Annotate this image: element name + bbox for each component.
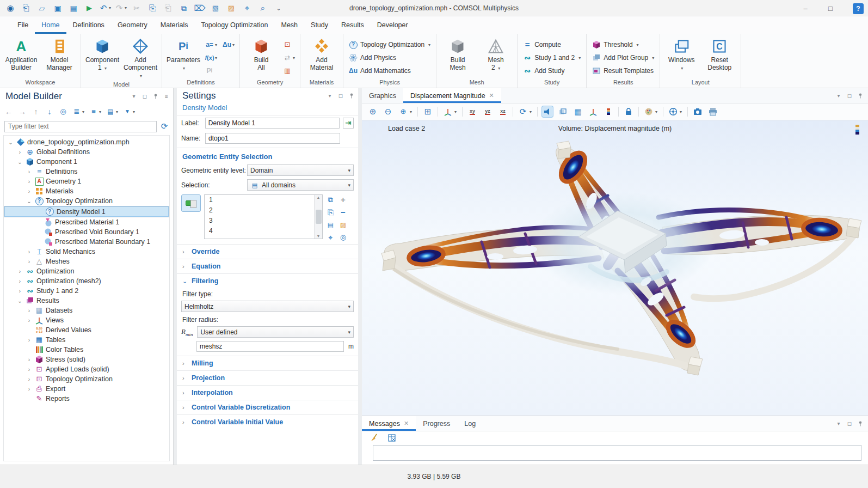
duplicate-button[interactable]: ⧉ <box>178 2 190 14</box>
section-equation[interactable]: ›Equation <box>177 259 358 273</box>
menu-geometry[interactable]: Geometry <box>111 16 154 34</box>
panel-pin-icon[interactable] <box>857 420 864 427</box>
chevron-right-icon[interactable]: › <box>26 188 33 194</box>
chevron-right-icon[interactable]: › <box>26 308 33 314</box>
domain-list-item[interactable]: 3 <box>209 217 314 227</box>
chevron-right-icon[interactable]: › <box>26 259 33 265</box>
image-effects-button[interactable]: ▾ <box>668 106 683 117</box>
panel-pin-icon[interactable] <box>857 93 864 99</box>
tree-node-definitions[interactable]: ›≡Definitions <box>4 167 169 176</box>
move-up-button[interactable]: ↑ <box>32 106 40 118</box>
cut-button[interactable]: ✂ <box>131 2 143 14</box>
scroll-down-icon[interactable]: ▼ <box>317 234 321 238</box>
panel-pin-icon[interactable] <box>348 93 355 99</box>
tree-node-study-1-and-2[interactable]: ›∾Study 1 and 2 <box>4 286 169 296</box>
messages-tab-log[interactable]: Log <box>457 416 483 431</box>
filter-type-select[interactable]: Helmholtz▾ <box>181 301 354 312</box>
color-legend-button[interactable] <box>603 106 614 117</box>
panel-float-icon[interactable]: ◻ <box>337 93 344 99</box>
clear-selection-button[interactable]: ▨ <box>225 2 237 14</box>
application-builder-button[interactable]: AApplicationBuilder <box>3 36 39 75</box>
section-milling[interactable]: ›Milling <box>177 356 358 370</box>
chevron-down-icon[interactable]: ⌄ <box>26 198 33 204</box>
scene-light-button[interactable] <box>542 106 553 117</box>
add-component-button[interactable]: AddComponent ▾ <box>122 36 158 80</box>
tree-node-density-model-1[interactable]: ?Density Model 1 <box>4 206 169 217</box>
chevron-right-icon[interactable]: › <box>16 149 23 155</box>
zoom-box-button[interactable]: ⊕▾ <box>398 106 413 117</box>
snapshot-button[interactable] <box>692 106 703 117</box>
model-manager-button[interactable]: ModelManager <box>41 36 77 75</box>
compute-button[interactable]: =Compute <box>521 38 583 51</box>
lock-button[interactable] <box>623 106 634 117</box>
tree-node-geometry-1[interactable]: ›AGeometry 1 <box>4 176 169 186</box>
grid-button[interactable]: ▦ <box>572 106 583 117</box>
menu-materials[interactable]: Materials <box>154 16 195 34</box>
undo-button[interactable]: ↶▾ <box>99 2 111 14</box>
panel-float-icon[interactable]: ◻ <box>846 93 853 99</box>
parameters--button[interactable]: PiParameters▾ <box>165 36 201 75</box>
messages-tab-messages[interactable]: Messages✕ <box>362 416 416 431</box>
print-button[interactable] <box>707 106 718 117</box>
chevron-right-icon[interactable]: › <box>26 386 33 392</box>
render-label-icon[interactable]: ⇥ <box>343 118 354 129</box>
fx-button[interactable]: f(x)▾ <box>204 52 219 63</box>
splitter[interactable] <box>358 88 362 465</box>
chevron-right-icon[interactable]: › <box>26 179 33 185</box>
label-field[interactable] <box>205 118 340 129</box>
a-equals-button[interactable]: a=▾ <box>204 39 219 50</box>
filter-radius-input[interactable] <box>196 341 344 352</box>
view-xz-button[interactable]: xz <box>497 106 508 117</box>
menu-topology-optimization[interactable]: Topology Optimization <box>194 16 274 34</box>
domain-list-item[interactable]: 4 <box>209 227 314 237</box>
build-mesh-button[interactable]: BuildMesh <box>440 36 476 75</box>
section-projection[interactable]: ›Projection <box>177 370 358 385</box>
tree-node-solid-mechanics[interactable]: ›⌶Solid Mechanics <box>4 247 169 257</box>
chevron-right-icon[interactable]: › <box>26 357 33 363</box>
menu-home[interactable]: Home <box>35 16 66 34</box>
chevron-right-icon[interactable]: › <box>26 376 33 382</box>
messages-tab-progress[interactable]: Progress <box>416 416 457 431</box>
build-all-button[interactable]: BuildAll <box>243 36 279 75</box>
threshold-button[interactable]: Threshold▾ <box>590 38 656 51</box>
chevron-down-icon[interactable]: ⌄ <box>7 139 14 145</box>
node-grouping-button[interactable]: ▤▾ <box>106 106 118 118</box>
pi-gray-button[interactable]: Pi <box>204 65 219 76</box>
messages-output[interactable] <box>373 445 861 461</box>
tree-node-export[interactable]: ›⎙Export <box>4 384 169 394</box>
toggle-visibility-button[interactable]: ◎ <box>338 233 348 242</box>
chevron-down-icon[interactable]: ⌄ <box>16 298 23 304</box>
scroll-up-icon[interactable]: ▲ <box>317 196 321 199</box>
graphics-canvas[interactable]: Load case 2 Volume: Displacement magnitu… <box>362 120 868 416</box>
chevron-right-icon[interactable]: › <box>26 169 33 175</box>
tree-node-color-tables[interactable]: Color Tables <box>4 345 169 355</box>
panel-collapse-icon[interactable]: ▾ <box>131 93 137 100</box>
component-1-button[interactable]: Component1 ▾ <box>84 36 120 75</box>
tree-node-results[interactable]: ⌄Results <box>4 296 169 306</box>
zoom-out-button[interactable]: ⊖ <box>383 106 393 117</box>
add-material-button[interactable]: AddMaterial <box>304 36 340 75</box>
tree-node-topology-optimization[interactable]: ›⊡Topology Optimization <box>4 374 169 384</box>
view-xy-button[interactable]: xy <box>467 106 478 117</box>
domain-listbox[interactable]: 1234 ▲ ▼ <box>204 194 323 239</box>
nav-forward-button[interactable]: → <box>18 106 27 118</box>
search-button[interactable]: ⌕ <box>257 2 269 14</box>
axes-orientation-button[interactable] <box>588 106 599 117</box>
tree-node-topology-optimization[interactable]: ⌄?Topology Optimization <box>4 196 169 206</box>
panel-menu-icon[interactable]: ≡ <box>163 93 170 100</box>
help-button[interactable]: ? <box>853 3 864 14</box>
chevron-right-icon[interactable]: › <box>16 288 23 294</box>
open-in-table-button[interactable] <box>386 432 398 444</box>
zoom-in-button[interactable]: ⊕ <box>367 106 378 117</box>
section-control-variable-discretization[interactable]: ›Control Variable Discretization <box>177 400 358 414</box>
active-selection-toggle[interactable] <box>181 194 201 212</box>
zoom-extents-button[interactable]: ⊞ <box>422 106 433 117</box>
tree-node-optimization[interactable]: ›∾Optimization <box>4 266 169 276</box>
go-to-view-button[interactable]: ▾ <box>442 106 458 117</box>
panel-float-icon[interactable]: ◻ <box>141 93 148 100</box>
tree-node-prescribed-void-boundary-1[interactable]: Prescribed Void Boundary 1 <box>4 227 169 237</box>
result-templates-button[interactable]: Result Templates <box>590 64 656 77</box>
remove-from-selection-button[interactable]: − <box>338 208 348 217</box>
new-file-button[interactable]: ⎗ <box>20 2 32 14</box>
listbox-scrollbar[interactable]: ▲ ▼ <box>314 195 322 239</box>
